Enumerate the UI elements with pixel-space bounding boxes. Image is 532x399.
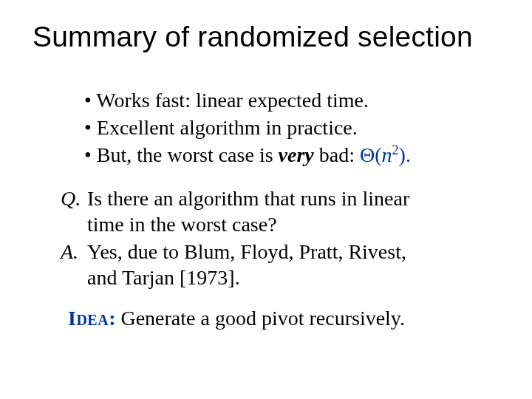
theta-var: n: [382, 143, 392, 166]
bullet-text: Excellent algorithm in practice.: [97, 116, 358, 139]
qa-section: Q. Is there an algorithm that runs in li…: [61, 185, 499, 290]
bullet-dot-icon: •: [84, 116, 97, 139]
theta-notation: Θ(n2).: [360, 143, 411, 166]
answer-row: A. Yes, due to Blum, Floyd, Pratt, Rives…: [61, 239, 499, 290]
question-label: Q.: [61, 185, 87, 211]
bullet-dot-icon: •: [84, 143, 97, 166]
question-line-2: time in the worst case?: [87, 213, 277, 236]
idea-section: Idea: Generate a good pivot recursively.: [68, 305, 499, 331]
question-row: Q. Is there an algorithm that runs in li…: [61, 185, 499, 237]
bullet-item: • Excellent algorithm in practice.: [84, 115, 499, 140]
answer-label: A.: [61, 239, 87, 265]
bullet-text-emphasis: very: [279, 143, 314, 166]
question-line-1: Is there an algorithm that runs in linea…: [87, 187, 409, 210]
answer-line-2: and Tarjan [1973].: [87, 266, 240, 289]
theta-open: Θ(: [360, 143, 382, 166]
theta-close: ).: [399, 143, 411, 166]
bullet-text-prefix: But, the worst case is: [97, 143, 279, 166]
bullet-list: • Works fast: linear expected time. • Ex…: [84, 87, 499, 168]
theta-exponent: 2: [392, 143, 399, 157]
bullet-item: • But, the worst case is very bad: Θ(n2)…: [84, 142, 499, 168]
answer-line-1: Yes, due to Blum, Floyd, Pratt, Rivest,: [87, 240, 406, 263]
idea-label: Idea: [68, 307, 109, 330]
question-text: Is there an algorithm that runs in linea…: [87, 185, 499, 237]
bullet-text-suffix: bad:: [314, 143, 360, 166]
slide-title: Summary of randomized selection: [33, 21, 499, 53]
answer-text: Yes, due to Blum, Floyd, Pratt, Rivest, …: [87, 239, 499, 290]
bullet-dot-icon: •: [84, 89, 96, 112]
slide: Summary of randomized selection • Works …: [0, 0, 532, 399]
bullet-item: • Works fast: linear expected time.: [84, 87, 499, 113]
idea-text: Generate a good pivot recursively.: [115, 307, 405, 330]
bullet-text: Works fast: linear expected time.: [96, 89, 369, 112]
